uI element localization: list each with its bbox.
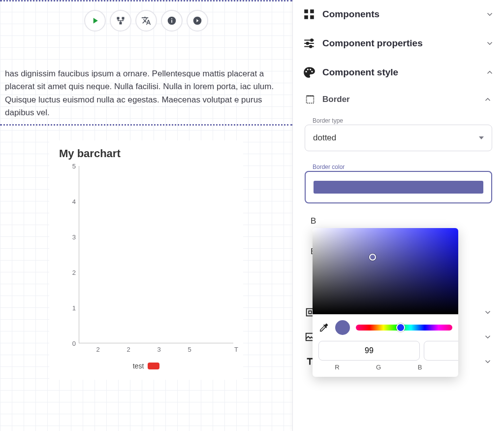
border-type-select[interactable]: dotted (305, 125, 492, 151)
border-color-select[interactable] (305, 171, 492, 203)
svg-rect-2 (120, 22, 122, 25)
chart-plot: 5 4 3 2 1 0 2 2 (59, 166, 233, 343)
accordion-title: Components (322, 9, 478, 20)
canvas[interactable]: has dignissim faucibus ipsum a ornare. P… (0, 0, 292, 431)
svg-rect-14 (307, 96, 314, 103)
border-type-field: Border type dotted (305, 116, 492, 151)
svg-rect-1 (122, 17, 125, 20)
legend-swatch (148, 363, 159, 369)
bars-area: 2 2 3 5 (79, 166, 233, 343)
svg-point-11 (311, 39, 313, 41)
barchart-component[interactable]: My barchart 5 4 3 2 1 0 2 (49, 140, 243, 380)
rgb-g-input[interactable] (424, 341, 458, 361)
accordion-title: Component properties (322, 38, 478, 49)
svg-rect-9 (304, 15, 308, 19)
translate-button[interactable] (135, 10, 157, 32)
svg-rect-5 (171, 18, 172, 19)
rgb-g-label: G (360, 364, 397, 371)
saturation-value-area[interactable] (313, 228, 458, 314)
canvas-toolbar (84, 10, 208, 32)
ytick: 4 (72, 198, 76, 205)
svg-rect-7 (304, 9, 308, 13)
hue-cursor[interactable] (396, 323, 405, 332)
border-color-field: Border color (305, 162, 492, 203)
side-panel: Components Component properties Componen… (292, 0, 504, 431)
info-button[interactable] (161, 10, 183, 32)
border-panel: Border type dotted Border color B B (293, 112, 504, 278)
xtick: 3 (157, 346, 160, 353)
chevron-down-icon (485, 10, 494, 19)
rgb-r-input[interactable] (318, 341, 420, 361)
chevron-down-icon (485, 39, 494, 48)
border-icon (305, 94, 315, 105)
rgb-r-label: R (318, 364, 356, 371)
xtick: 2 (96, 346, 99, 353)
field-label: Border color (311, 164, 346, 170)
xtick: 2 (126, 346, 130, 353)
accordion-properties[interactable]: Component properties (293, 29, 504, 58)
sliders-icon (303, 37, 315, 50)
ytick: 5 (72, 163, 76, 170)
accordion-components[interactable]: Components (293, 0, 504, 29)
chart-title: My barchart (59, 147, 233, 160)
accordion-style[interactable]: Component style (293, 58, 504, 87)
grid-icon (303, 8, 315, 21)
xtick: T (234, 346, 238, 353)
y-axis: 5 4 3 2 1 0 (59, 166, 79, 343)
color-swatch (314, 181, 483, 194)
svg-point-13 (310, 45, 312, 47)
accordion-title: Component style (322, 67, 478, 78)
color-preview (335, 320, 350, 335)
sv-cursor[interactable] (369, 254, 376, 261)
svg-rect-8 (310, 9, 314, 13)
chevron-down-icon (483, 357, 492, 366)
svg-rect-0 (117, 17, 120, 20)
ytick: 1 (72, 304, 76, 312)
ytick: 0 (72, 340, 76, 347)
chevron-down-icon (483, 332, 492, 341)
palette-icon (303, 66, 315, 79)
ytick: 3 (72, 233, 76, 241)
chevron-down-icon (483, 308, 492, 317)
hidden-option-prefix: B (311, 216, 316, 226)
svg-point-12 (307, 42, 309, 44)
chart-legend: test (59, 362, 233, 370)
dropdown-caret-icon (479, 136, 484, 139)
chevron-up-icon (485, 68, 494, 77)
svg-rect-10 (310, 15, 314, 19)
chevron-up-icon (483, 95, 492, 104)
rgb-b-label: B (401, 364, 439, 371)
eyedropper-icon[interactable] (318, 322, 329, 333)
ytick: 2 (72, 269, 76, 276)
subaccordion-title: Border (322, 95, 476, 104)
play-button[interactable] (84, 10, 106, 32)
xtick: 5 (188, 346, 191, 353)
hue-slider[interactable] (356, 325, 452, 331)
select-value: dotted (313, 133, 336, 143)
subaccordion-border[interactable]: Border (293, 87, 504, 112)
svg-rect-4 (171, 20, 172, 23)
legend-label: test (133, 362, 144, 370)
forward-button[interactable] (187, 10, 208, 32)
field-label: Border type (311, 117, 345, 124)
tree-button[interactable] (110, 10, 131, 32)
color-picker-popover: ▲▼ R G B (313, 228, 458, 377)
